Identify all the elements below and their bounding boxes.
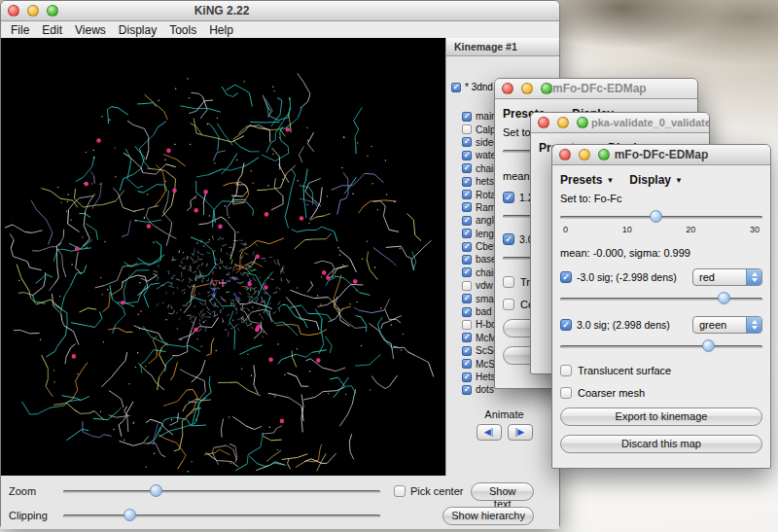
checkbox[interactable]: ✓: [462, 163, 472, 173]
presets-menu[interactable]: Presets ▼: [560, 173, 614, 187]
titlebar[interactable]: KiNG 2.22: [1, 1, 559, 21]
contour-color-popup[interactable]: red: [692, 268, 762, 286]
king-window[interactable]: KiNG 2.22 FileEditViewsDisplayToolsHelp …: [0, 0, 560, 527]
clipping-label: Clipping: [9, 510, 55, 521]
checkbox[interactable]: [462, 124, 472, 134]
checkbox[interactable]: ✓: [462, 307, 472, 317]
slider-thumb[interactable]: [650, 210, 662, 223]
discard-map-button[interactable]: Discard this map: [560, 435, 762, 453]
kinemage-item-label: hets: [476, 176, 494, 187]
contour-checkbox[interactable]: ✓: [503, 192, 514, 203]
contour-checkbox[interactable]: ✓: [560, 271, 572, 283]
close-button[interactable]: [538, 117, 549, 128]
translucent-checkbox[interactable]: [560, 365, 572, 376]
contour-label: 3.0 sig; (2.998 dens): [577, 319, 670, 331]
checkbox[interactable]: ✓: [462, 385, 472, 395]
checkbox[interactable]: ✓: [462, 229, 472, 238]
animate-label: Animate: [451, 408, 557, 420]
clipping-slider[interactable]: [63, 508, 380, 523]
titlebar[interactable]: mFo-DFc-EDMap: [552, 145, 770, 165]
close-button[interactable]: [8, 5, 19, 17]
coarser-mesh-checkbox[interactable]: [560, 387, 572, 399]
chevron-down-icon: ▼: [606, 176, 614, 185]
checkbox[interactable]: ✓: [462, 346, 472, 356]
checkbox[interactable]: ✓: [462, 137, 472, 147]
minimize-button[interactable]: [521, 83, 533, 94]
pick-center-label: Pick center: [410, 485, 463, 497]
zoom-button[interactable]: [47, 5, 58, 17]
menu-views[interactable]: Views: [75, 23, 106, 37]
show-hierarchy-button[interactable]: Show hierarchy: [442, 507, 534, 525]
coarser-mesh-row: Coarser mesh: [560, 387, 762, 399]
checkbox[interactable]: ✓: [462, 255, 472, 265]
checkbox[interactable]: [462, 320, 472, 330]
checkbox[interactable]: ✓: [462, 202, 472, 212]
checkbox[interactable]: ✓: [462, 359, 472, 369]
animate-back-button[interactable]: ◀|: [477, 424, 502, 441]
checkbox[interactable]: ✓: [462, 294, 472, 303]
map-stats-label: mean: -0.000, sigma: 0.999: [560, 247, 762, 259]
slider-track: [63, 490, 380, 493]
minimize-button[interactable]: [27, 5, 39, 17]
map-level-slider[interactable]: [560, 209, 762, 225]
slider-thumb[interactable]: [150, 484, 162, 497]
checkbox[interactable]: ✓: [462, 242, 472, 252]
animate-forward-button[interactable]: |▶: [508, 424, 533, 441]
titlebar[interactable]: pka-validate_0_validate_1_ma...: [531, 113, 709, 133]
contour-color-popup[interactable]: green: [692, 316, 762, 334]
tick-label: 0: [563, 225, 568, 235]
checkbox[interactable]: ✓: [462, 177, 472, 187]
display-menu[interactable]: Display ▼: [629, 173, 683, 187]
zoom-button[interactable]: [577, 117, 588, 128]
checkbox[interactable]: ✓: [462, 190, 472, 199]
menu-help[interactable]: Help: [209, 23, 233, 37]
contour-row: ✓ -3.0 sig; (-2.998 dens) red: [560, 268, 762, 286]
kinemage-item-label: dots: [476, 384, 494, 395]
menu-edit[interactable]: Edit: [42, 23, 62, 37]
coarser-mesh-label: Coarser mesh: [578, 387, 645, 399]
slider-thumb[interactable]: [718, 292, 730, 304]
menu-display[interactable]: Display: [119, 23, 157, 37]
contour-slider[interactable]: [560, 338, 762, 354]
zoom-button[interactable]: [598, 149, 610, 160]
menu-bar: FileEditViewsDisplayToolsHelp: [1, 21, 559, 38]
contour-checkbox[interactable]: ✓: [560, 319, 572, 331]
kinemage-panel-header[interactable]: Kinemage #1: [446, 38, 559, 56]
menu-tools[interactable]: Tools: [169, 23, 196, 37]
checkbox[interactable]: [462, 281, 472, 291]
titlebar[interactable]: 2mFo-DFc-EDMap: [495, 79, 697, 99]
contour-checkbox[interactable]: ✓: [503, 233, 514, 245]
popup-selected-value: green: [693, 317, 746, 333]
pick-center-checkbox[interactable]: [394, 485, 406, 497]
checkbox[interactable]: ✓: [462, 112, 472, 122]
checkbox[interactable]: ✓: [462, 216, 472, 226]
slider-thumb[interactable]: [702, 339, 715, 352]
contour-slider[interactable]: [560, 291, 762, 306]
molecular-viewport[interactable]: [1, 38, 445, 476]
close-button[interactable]: [559, 149, 571, 160]
window-controls: [502, 83, 552, 94]
map-window-mfo[interactable]: mFo-DFc-EDMap Presets ▼ Display ▼ Set to…: [551, 144, 771, 469]
viewer-controls: Zoom Pick center Show text Clipping Show…: [1, 476, 559, 529]
menu-file[interactable]: File: [11, 23, 29, 37]
translucent-checkbox[interactable]: [503, 276, 514, 288]
coarser-mesh-checkbox[interactable]: [503, 299, 514, 310]
kinemage-panel-title: Kinemage #1: [454, 41, 517, 53]
popup-selected-value: red: [693, 269, 746, 285]
slider-thumb[interactable]: [124, 509, 136, 521]
checkbox[interactable]: ✓: [462, 372, 472, 382]
set-to-label: Set to: Fo-Fc: [560, 193, 762, 204]
minimize-button[interactable]: [579, 149, 590, 160]
close-button[interactable]: [502, 83, 513, 94]
checkbox[interactable]: ✓: [462, 333, 472, 342]
export-to-kinemage-button[interactable]: Export to kinemage: [560, 408, 762, 426]
checkbox[interactable]: ✓: [451, 83, 461, 92]
zoom-slider[interactable]: [63, 483, 380, 499]
minimize-button[interactable]: [557, 117, 569, 128]
checkbox[interactable]: ✓: [462, 267, 472, 277]
checkbox[interactable]: ✓: [462, 151, 472, 160]
zoom-button[interactable]: [541, 83, 552, 94]
show-text-button[interactable]: Show text: [471, 482, 534, 501]
window-controls: [8, 5, 58, 17]
popup-arrows-icon: [746, 317, 761, 333]
